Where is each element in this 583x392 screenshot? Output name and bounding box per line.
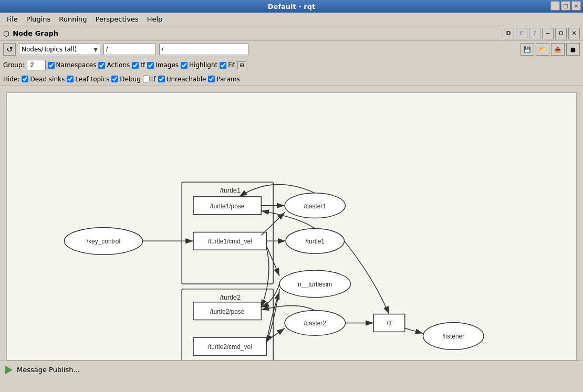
svg-text:/turtle2/cmd_vel: /turtle2/cmd_vel xyxy=(208,343,252,351)
leaf-topics-label[interactable]: Leaf topics xyxy=(67,76,109,83)
group-spinner[interactable] xyxy=(27,60,46,70)
namespaces-checkbox[interactable] xyxy=(48,62,55,69)
tf-label: tf xyxy=(140,61,145,69)
menu-running[interactable]: Running xyxy=(55,14,91,24)
menu-plugins[interactable]: Plugins xyxy=(22,14,55,24)
debug-label[interactable]: Debug xyxy=(111,76,140,83)
highlight-checkbox-label[interactable]: Highlight xyxy=(181,61,217,69)
menu-help[interactable]: Help xyxy=(143,14,167,24)
svg-line-34 xyxy=(405,328,423,333)
dead-sinks-checkbox[interactable] xyxy=(22,76,28,82)
tf2-text: tf xyxy=(151,76,156,83)
highlight-checkbox[interactable] xyxy=(181,62,188,69)
save-button[interactable]: 💾 xyxy=(520,43,534,56)
panel-icon-d[interactable]: D xyxy=(503,28,514,39)
group-value-input[interactable] xyxy=(27,60,46,70)
panel-title: Node Graph xyxy=(13,29,58,37)
svg-text:/caster2: /caster2 xyxy=(304,320,327,327)
debug-checkbox[interactable] xyxy=(111,76,118,82)
actions-checkbox[interactable] xyxy=(98,62,105,69)
panel-icon-c[interactable]: C xyxy=(516,28,527,39)
node-topics-combo[interactable]: Nodes/Topics (all) ▼ xyxy=(19,44,100,55)
actions-label: Actions xyxy=(107,61,130,69)
close-button[interactable]: ✕ xyxy=(571,1,581,10)
graph-action-buttons: 💾 📂 📤 ■ xyxy=(520,43,580,56)
fit-checkbox[interactable] xyxy=(220,62,226,69)
unreachable-label[interactable]: Unreachable xyxy=(158,76,206,83)
namespaces-checkbox-label[interactable]: Namespaces xyxy=(48,61,97,69)
view-button[interactable]: ■ xyxy=(566,43,580,56)
graph-container[interactable]: /turtle1 /turtle2 /turtle1/pose /turtle1… xyxy=(0,86,583,361)
graph-area[interactable]: /turtle1 /turtle2 /turtle1/pose /turtle1… xyxy=(6,92,577,361)
tf2-label[interactable]: tf xyxy=(143,76,156,83)
svg-text:/turtle1/pose: /turtle1/pose xyxy=(210,203,245,210)
params-checkbox[interactable] xyxy=(208,76,215,82)
main-content: File Plugins Running Perspectives Help ⬡… xyxy=(0,13,583,378)
export-button[interactable]: 📤 xyxy=(551,43,565,56)
images-checkbox[interactable] xyxy=(147,62,154,69)
minimize-button[interactable]: ─ xyxy=(550,1,560,10)
leaf-topics-text: Leaf topics xyxy=(75,76,109,83)
namespaces-label: Namespaces xyxy=(56,61,97,69)
images-checkbox-label[interactable]: Images xyxy=(147,61,179,69)
svg-text:/turtle1: /turtle1 xyxy=(220,186,241,194)
tf2-checkbox[interactable] xyxy=(143,76,150,82)
group-label: Group: xyxy=(3,61,25,69)
debug-text: Debug xyxy=(120,76,140,83)
svg-text:/key_control: /key_control xyxy=(87,238,120,245)
unreachable-text: Unreachable xyxy=(166,76,206,83)
dead-sinks-label[interactable]: Dead sinks xyxy=(22,76,65,83)
panel-icon-o[interactable]: O xyxy=(555,28,567,39)
highlight-label: Highlight xyxy=(189,61,217,69)
panel-header: ⬡ Node Graph D C ? ─ O ✕ xyxy=(0,26,583,41)
tf-checkbox-label[interactable]: tf xyxy=(132,61,145,69)
svg-text:/turtle1/cmd_vel: /turtle1/cmd_vel xyxy=(208,238,252,245)
statusbar: Message Publish... xyxy=(0,361,583,378)
load-button[interactable]: 📂 xyxy=(536,43,549,56)
graph-svg: /turtle1 /turtle2 /turtle1/pose /turtle1… xyxy=(7,93,576,360)
unreachable-checkbox[interactable] xyxy=(158,76,165,82)
window-title: Default - rqt xyxy=(268,3,315,10)
svg-text:/listener: /listener xyxy=(442,333,464,340)
menubar: File Plugins Running Perspectives Help xyxy=(0,13,583,26)
panel-icon-minus[interactable]: ─ xyxy=(542,28,554,39)
toolbar3: Hide: Dead sinks Leaf topics Debug tf Un… xyxy=(0,72,583,86)
svg-text:/turtle2/pose: /turtle2/pose xyxy=(210,308,245,315)
tf-checkbox[interactable] xyxy=(132,62,139,69)
status-message: Message Publish... xyxy=(17,366,80,374)
refresh-icon: ↺ xyxy=(6,45,13,54)
menu-file[interactable]: File xyxy=(2,14,22,24)
node-graph-icon: ⬡ xyxy=(3,29,9,38)
toolbar2: Group: Namespaces Actions tf Images High… xyxy=(0,58,583,72)
fit-icon[interactable]: ⊞ xyxy=(237,61,246,69)
menu-perspectives[interactable]: Perspectives xyxy=(91,14,143,24)
actions-checkbox-label[interactable]: Actions xyxy=(98,61,130,69)
combo-arrow-icon: ▼ xyxy=(93,47,98,52)
svg-text:n__turtlesim: n__turtlesim xyxy=(298,281,332,288)
params-label[interactable]: Params xyxy=(208,76,240,83)
dead-sinks-text: Dead sinks xyxy=(30,76,65,83)
fit-checkbox-label[interactable]: Fit xyxy=(220,61,235,69)
hide-label: Hide: xyxy=(3,76,19,83)
svg-text:/turtle1: /turtle1 xyxy=(306,238,325,245)
play-icon xyxy=(5,366,13,374)
filter2-input[interactable] xyxy=(159,44,248,55)
svg-text:/turtle2: /turtle2 xyxy=(220,293,241,301)
window-controls[interactable]: ─ □ ✕ xyxy=(550,1,581,10)
params-text: Params xyxy=(216,76,240,83)
filter1-input[interactable] xyxy=(103,44,156,55)
svg-text:/tf: /tf xyxy=(387,320,392,327)
fit-label: Fit xyxy=(228,61,235,69)
combo-value: Nodes/Topics (all) xyxy=(22,46,77,53)
refresh-button[interactable]: ↺ xyxy=(3,43,16,56)
panel-icon-help[interactable]: ? xyxy=(529,28,540,39)
panel-icon-close[interactable]: ✕ xyxy=(568,28,580,39)
panel-icons: D C ? ─ O ✕ xyxy=(503,28,580,39)
svg-text:/caster1: /caster1 xyxy=(304,203,327,210)
leaf-topics-checkbox[interactable] xyxy=(67,76,74,82)
titlebar: Default - rqt ─ □ ✕ xyxy=(0,0,583,13)
maximize-button[interactable]: □ xyxy=(561,1,570,10)
toolbar1: ↺ Nodes/Topics (all) ▼ 💾 📂 📤 ■ xyxy=(0,41,583,58)
images-label: Images xyxy=(155,61,179,69)
